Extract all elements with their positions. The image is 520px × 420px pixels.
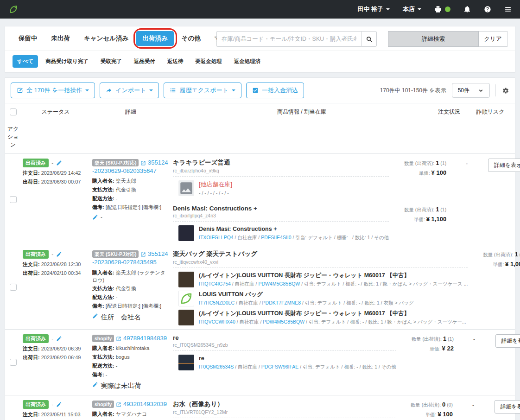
product-code: rc_itiqvccwhx40_vxvi — [173, 259, 468, 268]
page-size-select[interactable]: 50件 — [452, 83, 490, 98]
ship-date: 出荷日: 2023/06/20 06:49 — [23, 354, 89, 362]
row-checkbox[interactable] — [10, 284, 17, 291]
order-date: 注文日: 2023/06/20 06:39 — [23, 345, 89, 353]
user-menu[interactable]: 田中 裕子 — [357, 5, 390, 13]
product-block: お水（画像あり）rc_ITLVR701QFY2_12Mrお水（画像あり）ITLV… — [173, 395, 455, 420]
search-input[interactable] — [216, 31, 361, 47]
store-menu[interactable]: 本店 — [403, 5, 421, 13]
ship-date: 出荷日: 2024/02/10 00:34 — [23, 270, 89, 277]
buyer-name: 購入者名: ヤマダハナコ — [92, 411, 169, 418]
item-pd-link[interactable]: PDW4M5G85BQW — [263, 319, 304, 325]
search-area: 詳細検索 クリア — [216, 31, 507, 47]
item-sku-link[interactable]: IT0QSM26534S — [199, 364, 234, 369]
item-pd-link[interactable]: PDDKT7FZMNE8 — [262, 300, 301, 305]
notifications-bell-icon[interactable] — [463, 6, 471, 13]
status-badge: 出荷済み — [23, 334, 49, 343]
row-checkbox[interactable] — [10, 359, 17, 366]
order-quantity-info: 数量 (出荷済): 1 (1)単価: ¥ 22 — [396, 334, 456, 370]
product-title: re — [173, 334, 396, 341]
bulk-operation-button[interactable]: 全 170件 を一括操作 — [11, 83, 95, 98]
mall-badge: shopify — [92, 335, 114, 342]
product-item: LOUIS VUITTON バッグIT7HC5NZD0LC / 自社在庫 / P… — [178, 291, 468, 306]
main-tab-1[interactable]: 未出荷 — [45, 31, 76, 46]
advanced-search-button[interactable]: 詳細検索 — [388, 31, 479, 47]
show-detail-button[interactable]: 詳細を表示 — [488, 159, 520, 172]
product-item: (ルイヴィトン)LOUIS VUITTON 長財布 ジッピー・ウォレット M60… — [178, 272, 468, 287]
search-button[interactable] — [361, 31, 377, 47]
external-link-icon — [140, 160, 146, 166]
product-item: (ルイヴィトン)LOUIS VUITTON 長財布 ジッピー・ウォレット M60… — [178, 310, 468, 325]
list-icon — [170, 87, 176, 94]
item-detail: IT7HC5NZD0LC / 自社在庫 / PDDKT7FZMNE8 / 引当:… — [199, 299, 414, 306]
column-header-4: 詐欺リスク — [466, 103, 515, 121]
bulk-payment-button[interactable]: 一括入金消込 — [246, 83, 304, 98]
order-id-link[interactable]: 4932014932039 — [123, 401, 167, 407]
ship-date: 出荷日: 2023/06/30 00:07 — [23, 178, 89, 186]
item-pd-link[interactable]: PDW4M5G85BQW — [258, 281, 300, 286]
sub-tab-0[interactable]: すべて — [13, 55, 38, 68]
product-title: Denis Masi: Constructions + — [173, 205, 389, 212]
buyer-name: 購入者名: 楽天太郎 (ラクテンタロウ) — [92, 269, 169, 284]
help-icon[interactable] — [484, 6, 491, 13]
item-name: (ルイヴィトン)LOUIS VUITTON 長財布 ジッピー・ウォレット M60… — [199, 272, 468, 280]
fraud-risk-value: - — [450, 154, 483, 245]
main-tab-2[interactable]: キャンセル済み — [78, 31, 134, 46]
product-code: rc_ITLVR701QFY2_12Mr — [173, 409, 395, 418]
mall-badge: 楽天 (SKU-PJ対応) — [92, 250, 139, 258]
delivery-method: 配送方法: - — [92, 363, 169, 370]
printer-status[interactable] — [434, 6, 450, 13]
clear-search-button[interactable]: クリア — [479, 31, 507, 47]
history-export-button[interactable]: 履歴エクスポート — [164, 83, 241, 98]
item-pd-link[interactable]: PDFSIIE4SII0 — [261, 235, 291, 240]
item-detail: - / - / - / - / - / - — [199, 190, 232, 197]
item-sku-link[interactable]: IT7HC5NZD0LC — [199, 300, 235, 305]
sub-tab-1[interactable]: 商品受け取り完了 — [41, 55, 93, 68]
order-date: 注文日: 2023/06/29 14:42 — [23, 170, 89, 177]
sub-tab-5[interactable]: 要返金処理 — [190, 55, 227, 68]
column-header-2: 商品情報 / 割当在庫 — [171, 103, 432, 121]
product-image — [178, 272, 194, 287]
show-detail-button[interactable]: 詳細を表示 — [495, 334, 520, 348]
edit-icon — [92, 313, 98, 319]
show-detail-button[interactable]: 詳細を表示 — [495, 400, 520, 414]
order-row: 出荷済み-注文日: 2023/05/11 15:03出荷日: 2023/05/1… — [5, 395, 515, 420]
order-row: 出荷済み-注文日: 2023/06/28 12:30出荷日: 2024/02/1… — [5, 245, 515, 330]
order-quantity-info: 数量 (出荷済): 1 (1)単価: ¥ 1,000 — [468, 250, 520, 325]
main-tab-3[interactable]: 出荷済み — [136, 31, 173, 46]
hamburger-menu-icon[interactable] — [504, 6, 512, 13]
item-sku-link[interactable]: ITIQTC4IG754 — [199, 281, 231, 286]
main-tab-0[interactable]: 保留中 — [13, 31, 44, 46]
sub-tab-4[interactable]: 返送待 — [163, 55, 188, 68]
search-icon — [366, 36, 373, 43]
external-link-icon — [140, 252, 146, 257]
row-checkbox[interactable] — [10, 196, 17, 203]
sub-tab-3[interactable]: 返品受付 — [129, 55, 160, 68]
product-block: キラキラビーズ普通rc_itbarzlpho4o_x9kq[他店舗在庫]- / … — [173, 154, 448, 200]
item-detail: ITXOIFGLLPQ4 / 自社在庫 / PDFSIIE4SII0 / 引当:… — [199, 234, 389, 241]
order-row: 出荷済み-注文日: 2023/06/29 14:42出荷日: 2023/06/3… — [5, 154, 515, 245]
item-sku-link[interactable]: ITXOIFGLLPQ4 — [199, 235, 234, 240]
brand-leaf-logo[interactable] — [8, 4, 19, 14]
mall-badge: 楽天 (SKU-PJ対応) — [92, 159, 139, 166]
sub-tab-2[interactable]: 受取完了 — [96, 55, 127, 68]
payment-method: 支払方法: bogus — [92, 354, 169, 361]
bulk-actions-toolbar: 全 170件 を一括操作インポート履歴エクスポート一括入金消込 170件中 10… — [5, 78, 515, 103]
item-pd-link[interactable]: PDGFSW96IFAE — [261, 364, 299, 369]
item-sku-link[interactable]: ITIQVCCWHX40 — [199, 319, 235, 325]
import-button[interactable]: インポート — [100, 83, 159, 98]
item-detail: IT0QSM26534S / 自社在庫 / PDGFSW96IFAE / 引当:… — [199, 363, 396, 370]
store-name: 本店 — [403, 5, 415, 13]
order-id-link[interactable]: 4978941984839 — [123, 335, 167, 342]
external-link-icon — [116, 402, 121, 407]
settings-gear-icon[interactable] — [501, 87, 509, 95]
main-tab-4[interactable]: その他 — [176, 31, 207, 46]
sub-tab-6[interactable]: 返金処理済 — [229, 55, 266, 68]
unit-price-value: ¥ 1,000 — [505, 261, 520, 267]
product-item: reIT0QSM26534S / 自社在庫 / PDGFSW96IFAE / 引… — [178, 355, 396, 370]
status-badge: 出荷済み — [23, 250, 49, 259]
fraud-risk-value: - — [457, 330, 491, 395]
select-all-checkbox[interactable] — [10, 108, 17, 115]
table-header: ステータス詳細商品情報 / 割当在庫注文状況詐欺リスクアクション — [5, 103, 515, 154]
item-name: re — [199, 355, 396, 363]
edit-icon — [56, 336, 62, 342]
